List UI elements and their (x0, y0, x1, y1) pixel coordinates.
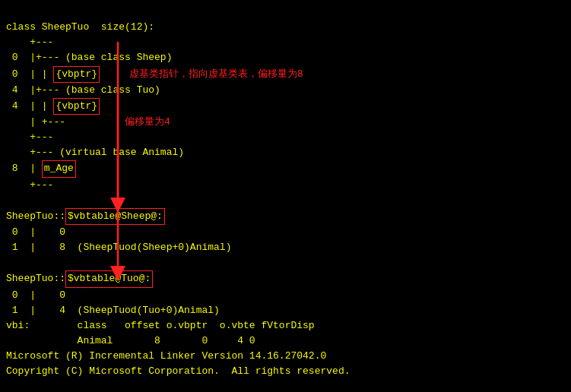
line-7: | +--- 偏移量为4 (6, 116, 170, 128)
line-23: Copyright (C) Microsoft Corporation. All… (6, 365, 350, 377)
vbptr-tuo-box: {vbptr} (53, 98, 100, 115)
annotation-sheep-vbptr: 虚基类指针，指向虚基类表，偏移量为8 (129, 68, 303, 80)
line-13: SheepTuo::$vbtable@Sheep@: (6, 210, 165, 222)
line-20: vbi: class offset o.vbptr o.vbte fVtorDi… (6, 320, 315, 331)
line-17: SheepTuo::$vbtable@Tuo@: (6, 273, 153, 284)
line-19: 1 | 4 (SheepTuod(Tuo+0)Animal) (6, 305, 220, 316)
line-21: Animal 8 0 4 0 (6, 335, 255, 346)
line-18: 0 | 0 (6, 289, 65, 301)
main-screen: class SheepTuo size(12): +--- 0 |+--- (b… (0, 0, 571, 392)
annotation-tuo-offset: 偏移量为4 (125, 116, 170, 128)
vbptr-sheep-box: {vbptr} (53, 66, 100, 83)
line-10: 8 | m_Age (6, 163, 76, 174)
line-11: +--- (6, 179, 53, 191)
line-4: 0 | | {vbptr} 虚基类指针，指向虚基类表，偏移量为8 (6, 68, 303, 80)
line-9: +--- (virtual base Animal) (6, 147, 184, 158)
line-6: 4 | | {vbptr} (6, 100, 100, 112)
line-15: 1 | 8 (SheepTuod(Sheep+0)Animal) (6, 242, 231, 253)
line-22: Microsoft (R) Incremental Linker Version… (6, 350, 326, 362)
mage-box: m_Age (42, 160, 76, 177)
line-2: +--- (6, 36, 53, 48)
line-blank2 (6, 257, 12, 268)
line-3: 0 |+--- (base class Sheep) (6, 52, 172, 63)
vbtable-tuo-box: $vbtable@Tuo@: (65, 270, 153, 287)
line-5: 4 |+--- (base class Tuo) (6, 84, 160, 96)
line-8: +--- (6, 131, 53, 143)
code-output: class SheepTuo size(12): +--- 0 |+--- (b… (6, 5, 565, 392)
copyright-text: Copyright (6, 365, 59, 377)
line-14: 0 | 0 (6, 226, 65, 238)
line-1: class SheepTuo size(12): (6, 21, 154, 33)
line-blank1 (6, 194, 12, 206)
vbtable-sheep-box: $vbtable@Sheep@: (65, 208, 165, 225)
